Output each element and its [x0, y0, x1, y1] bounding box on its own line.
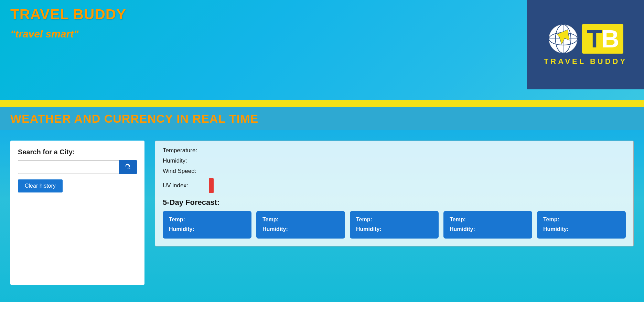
forecast-card-2-humidity: Humidity:	[262, 226, 339, 232]
search-label: Search for a City:	[18, 148, 137, 156]
forecast-card-3: Temp: Humidity:	[350, 211, 439, 239]
forecast-card-5-temp: Temp:	[543, 217, 620, 223]
globe-icon	[548, 23, 579, 54]
search-button[interactable]	[119, 160, 137, 174]
temperature-row: Temperature:	[163, 147, 626, 154]
search-panel: Search for a City: Clear history	[10, 141, 144, 285]
uv-bar-indicator	[209, 178, 214, 193]
forecast-card-1: Temp: Humidity:	[163, 211, 251, 239]
hero-section: TRAVEL BUDDY "travel smart" TB TRAVEL BU…	[0, 0, 644, 100]
forecast-card-4: Temp: Humidity:	[443, 211, 532, 239]
forecast-card-2-temp: Temp:	[262, 217, 339, 223]
forecast-card-1-temp: Temp:	[169, 217, 245, 223]
forecast-card-5-humidity: Humidity:	[543, 226, 620, 232]
humidity-row: Humidity:	[163, 157, 626, 164]
search-icon	[125, 164, 131, 170]
temperature-label: Temperature:	[163, 147, 201, 154]
wind-speed-label: Wind Speed:	[163, 168, 201, 175]
forecast-card-3-temp: Temp:	[356, 217, 432, 223]
weather-panel: Temperature: Humidity: Wind Speed: UV in…	[155, 141, 634, 246]
wind-speed-row: Wind Speed:	[163, 168, 626, 175]
forecast-card-1-humidity: Humidity:	[169, 226, 245, 232]
section-title: WEATHER AND CURRENCY IN REAL TIME	[10, 112, 634, 125]
section-header: WEATHER AND CURRENCY IN REAL TIME	[0, 107, 644, 130]
logo-initials: TB	[582, 24, 623, 54]
uv-index-row: UV index:	[163, 178, 626, 193]
forecast-card-4-temp: Temp:	[450, 217, 526, 223]
search-row	[18, 160, 137, 174]
forecast-title: 5-Day Forecast:	[163, 198, 626, 207]
logo-top: TB	[548, 23, 623, 54]
forecast-card-4-humidity: Humidity:	[450, 226, 526, 232]
clear-history-button[interactable]: Clear history	[18, 179, 63, 192]
forecast-card-5: Temp: Humidity:	[537, 211, 626, 239]
uv-index-label: UV index:	[163, 182, 201, 189]
humidity-label: Humidity:	[163, 157, 201, 164]
forecast-cards: Temp: Humidity: Temp: Humidity:	[163, 211, 626, 239]
forecast-card-2: Temp: Humidity:	[256, 211, 345, 239]
main-area: Search for a City: Clear history Tempera…	[0, 130, 644, 302]
logo-box: TB TRAVEL BUDDY	[527, 0, 644, 89]
yellow-strip	[0, 100, 644, 107]
city-search-input[interactable]	[18, 160, 119, 174]
forecast-card-3-humidity: Humidity:	[356, 226, 432, 232]
logo-brand-text: TRAVEL BUDDY	[544, 57, 627, 66]
